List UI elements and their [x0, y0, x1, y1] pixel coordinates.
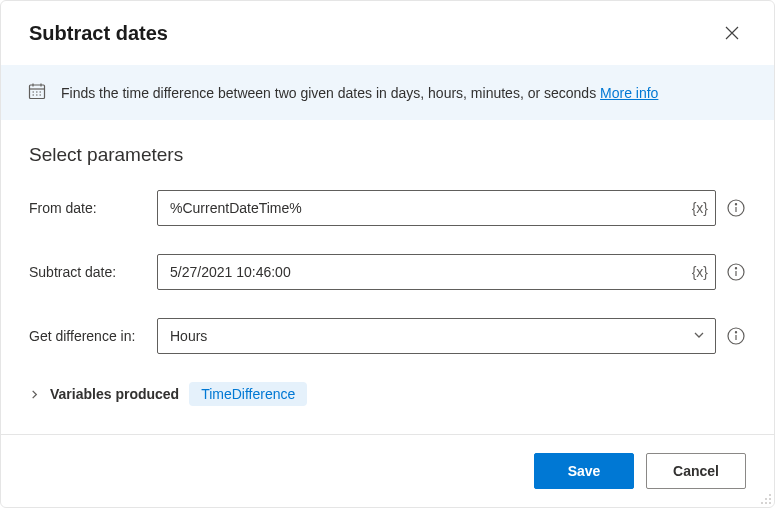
info-icon	[727, 263, 745, 281]
from-date-input-wrap: {x}	[157, 190, 716, 226]
banner-text: Finds the time difference between two gi…	[61, 85, 658, 101]
svg-point-20	[765, 498, 767, 500]
svg-point-21	[769, 498, 771, 500]
get-difference-select[interactable]: Hours	[157, 318, 716, 354]
svg-point-22	[761, 502, 763, 504]
close-button[interactable]	[718, 19, 746, 47]
subtract-dates-dialog: Subtract dates Finds the time difference…	[0, 0, 775, 508]
subtract-date-input[interactable]	[157, 254, 716, 290]
param-row-subtract-date: Subtract date: {x}	[29, 254, 746, 290]
get-difference-select-wrap: Hours	[157, 318, 716, 354]
svg-point-12	[735, 204, 736, 205]
chevron-down-icon	[693, 328, 705, 344]
dialog-body: Select parameters From date: {x} Subtrac…	[1, 120, 774, 434]
subtract-date-input-wrap: {x}	[157, 254, 716, 290]
save-button[interactable]: Save	[534, 453, 634, 489]
svg-point-23	[765, 502, 767, 504]
from-date-help[interactable]	[726, 198, 746, 218]
banner-description: Finds the time difference between two gi…	[61, 85, 600, 101]
from-date-label: From date:	[29, 200, 157, 216]
variable-token-button[interactable]: {x}	[692, 264, 708, 280]
from-date-input[interactable]	[157, 190, 716, 226]
variables-produced-label: Variables produced	[50, 386, 179, 402]
svg-point-18	[735, 332, 736, 333]
info-banner: Finds the time difference between two gi…	[1, 65, 774, 120]
resize-grip[interactable]	[759, 492, 773, 506]
dialog-header: Subtract dates	[1, 1, 774, 65]
close-icon	[725, 26, 739, 40]
dialog-title: Subtract dates	[29, 22, 168, 45]
param-row-get-difference: Get difference in: Hours	[29, 318, 746, 354]
cancel-button[interactable]: Cancel	[646, 453, 746, 489]
variables-produced-row: Variables produced TimeDifference	[29, 382, 746, 406]
get-difference-label: Get difference in:	[29, 328, 157, 344]
param-row-from-date: From date: {x}	[29, 190, 746, 226]
svg-point-19	[769, 494, 771, 496]
dialog-footer: Save Cancel	[1, 434, 774, 507]
variable-token-button[interactable]: {x}	[692, 200, 708, 216]
more-info-link[interactable]: More info	[600, 85, 658, 101]
variable-chip-timedifference[interactable]: TimeDifference	[189, 382, 307, 406]
calendar-icon	[27, 81, 47, 104]
subtract-date-label: Subtract date:	[29, 264, 157, 280]
svg-point-15	[735, 268, 736, 269]
section-title: Select parameters	[29, 144, 746, 166]
svg-point-24	[769, 502, 771, 504]
expand-variables-toggle[interactable]	[29, 389, 40, 400]
get-difference-help[interactable]	[726, 326, 746, 346]
subtract-date-help[interactable]	[726, 262, 746, 282]
chevron-right-icon	[29, 389, 40, 400]
get-difference-value: Hours	[170, 328, 207, 344]
info-icon	[727, 327, 745, 345]
info-icon	[727, 199, 745, 217]
resize-grip-icon	[759, 492, 773, 506]
